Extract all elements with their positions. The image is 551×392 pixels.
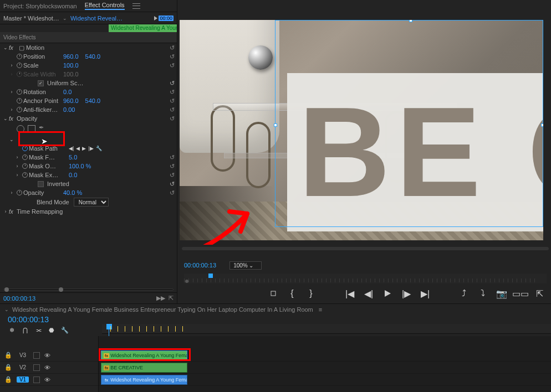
anchor-row[interactable]: Anchor Point 960.0540.0 [6,96,177,105]
uniform-scale-row[interactable]: ✓ Uniform Sc… [6,79,177,87]
step-back-icon[interactable]: ◀| [364,289,374,298]
lock-icon[interactable]: 🔒 [4,364,12,371]
kf-prev-icon[interactable]: ◀| [69,146,74,151]
reset-icon[interactable] [170,180,175,188]
mark-icon[interactable]: { [287,289,297,298]
reset-icon[interactable] [170,97,175,105]
motion-group[interactable]: ⌄ fx ▢ Motion [0,43,177,52]
position-x[interactable]: 960.0 [63,53,79,60]
chevron-right-icon[interactable]: › [5,209,7,214]
effect-timecode[interactable]: 00:00:00:13 [3,295,35,302]
go-to-out-icon[interactable]: ▶| [420,289,430,298]
mask-o-val[interactable]: 100.0 % [69,163,91,169]
chevron-right-icon[interactable]: › [11,107,13,112]
lane-v1[interactable]: fx Wideshot Revealing A Young Female Bus… [99,374,551,386]
compare-icon[interactable]: ▭▭ [516,289,526,298]
chevron-down-icon[interactable]: ⌄ [63,16,67,21]
timeline-playhead[interactable] [106,324,112,329]
twist-down-icon[interactable]: ⌄ [3,45,8,50]
clip-v1[interactable]: fx Wideshot Revealing A Young Female Bus… [101,375,187,385]
kf-play-icon[interactable]: ▶ [82,146,86,151]
monitor-scrollbar[interactable] [182,247,549,257]
wrench-icon[interactable]: 🔧 [61,326,69,334]
reset-icon[interactable] [170,80,175,87]
chevron-right-icon[interactable]: › [17,163,18,169]
position-row[interactable]: Position 960.0540.0 [6,52,177,61]
play-icon[interactable] [382,289,392,298]
anchor-x[interactable]: 960.0 [63,97,79,104]
effect-zoom-scrubber[interactable] [3,287,174,292]
export-frame-icon[interactable]: ⇱ [534,289,544,298]
source-clip-link[interactable]: Wideshot Reveal… [70,15,123,22]
track-v1-header[interactable]: 🔒 V1 👁 [0,374,98,386]
kf-next-icon[interactable]: |▶ [88,146,93,151]
inverted-row[interactable]: Inverted [11,179,177,188]
snap-icon[interactable]: ❄ [8,326,16,334]
antiflicker-val[interactable]: 0.00 [63,106,75,113]
track-lanes[interactable]: fx Wideshot Revealing A Young Female Bus… [99,336,551,392]
scale-val[interactable]: 100.0 [63,62,79,69]
uniform-checkbox[interactable]: ✓ [38,80,44,86]
kf-prev2-icon[interactable]: ◀ [76,146,80,151]
chevron-right-icon[interactable]: › [17,154,18,160]
time-remapping-group[interactable]: › fx Time Remapping [0,207,177,216]
scrub-handle-right[interactable] [59,287,63,292]
opacity-group[interactable]: ⌄ fx Opacity [0,114,177,123]
lane-v3[interactable]: fx Wideshot Revealing A Young Female Bus [99,349,551,362]
zoom-select[interactable]: 100% ⌄ [229,261,262,270]
lane-v2[interactable]: fx BE CREATIVE [99,362,551,374]
timeline-ruler[interactable] [102,324,551,334]
antiflicker-row[interactable]: › Anti-flicker… 0.00 [6,105,177,114]
link-icon[interactable]: ⫘ [34,326,42,334]
mask-expansion-row[interactable]: › Mask Ex… 0.0 [11,171,177,179]
stopwatch-icon[interactable] [22,172,28,178]
lock-icon[interactable]: 🔒 [4,352,12,359]
inverted-checkbox[interactable] [38,181,44,187]
reset-icon[interactable] [170,88,175,96]
reset-icon[interactable] [170,106,175,114]
go-to-in-icon[interactable]: |◀ [345,289,355,298]
lock-icon[interactable]: 🔒 [4,376,12,383]
loop-icon[interactable]: ▶▶ [156,295,165,302]
chevron-right-icon[interactable]: › [11,190,13,195]
track-toggle[interactable] [33,364,40,371]
camera-icon[interactable]: 📷 [497,289,507,298]
track-toggle[interactable] [33,352,40,359]
stopwatch-icon[interactable] [22,163,28,169]
stopwatch-icon[interactable] [17,98,22,104]
extract-icon[interactable]: ⤵ [478,289,488,298]
project-tab[interactable]: Project: Storyblockswoman [3,3,77,9]
reset-icon[interactable] [170,171,175,179]
marker-icon[interactable]: ⬣ [48,326,55,334]
reset-icon[interactable] [170,53,175,60]
stopwatch-icon[interactable] [17,89,22,95]
kf-wrench-icon[interactable]: 🔧 [96,146,102,151]
rotation-val[interactable]: 0.0 [63,89,72,95]
blend-mode-select[interactable]: Normal [74,198,109,207]
mask-feather-row[interactable]: › Mask F… 5.0 [11,153,177,162]
mini-playhead[interactable]: 00:00 [159,16,174,21]
mask-feather-val[interactable]: 5.0 [69,154,77,161]
magnet-icon[interactable]: ⋂ [21,326,29,334]
track-toggle[interactable] [33,376,40,383]
stopwatch-icon[interactable] [17,190,22,195]
eye-icon[interactable]: 👁 [44,352,52,359]
blend-mode-row[interactable]: Blend Mode Normal [6,197,177,207]
mark-in-icon[interactable] [268,289,278,298]
monitor-timecode[interactable]: 00:00:00:13 [184,262,216,269]
eye-icon[interactable]: 👁 [44,364,52,371]
stopwatch-active-icon[interactable] [22,146,28,151]
eye-icon[interactable]: 👁 [44,376,52,383]
sequence-menu-icon[interactable]: ≡ [319,306,322,313]
stopwatch-icon[interactable] [17,107,22,112]
chevron-right-icon[interactable]: › [17,172,18,178]
track-v3-header[interactable]: 🔒 V3 👁 [0,349,98,362]
track-v2-header[interactable]: 🔒 V2 👁 [0,362,98,374]
chevron-right-icon[interactable]: › [11,89,13,95]
effect-controls-tab[interactable]: Effect Controls [85,2,125,10]
chevron-right-icon[interactable]: › [11,63,13,68]
reset-icon[interactable] [170,162,175,170]
reset-icon[interactable] [170,189,175,197]
step-forward-icon[interactable]: |▶ [401,289,411,298]
timeline-timecode[interactable]: 00:00:00:13 [0,315,551,324]
